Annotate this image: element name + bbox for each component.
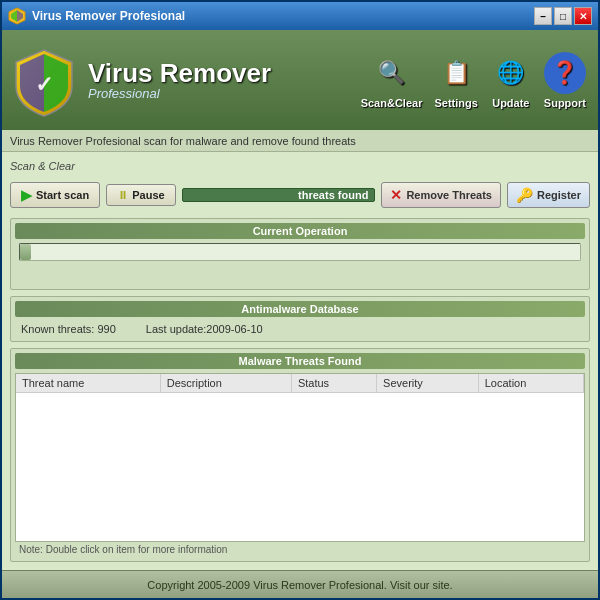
threats-note: Note: Double click on item for more info… — [15, 542, 585, 557]
operation-spacer — [15, 265, 585, 285]
logo-area: ✓ Virus Remover Professional — [14, 48, 361, 112]
nav-scan-clear-label: Scan&Clear — [361, 97, 423, 109]
progress-bar-container — [19, 243, 581, 261]
tagline-text: Virus Remover Profesional scan for malwa… — [10, 135, 356, 147]
threats-table-header-row: Threat name Description Status Severity … — [16, 374, 584, 393]
close-button[interactable]: ✕ — [574, 7, 592, 25]
play-icon: ▶ — [21, 187, 32, 203]
maximize-button[interactable]: □ — [554, 7, 572, 25]
nav-support[interactable]: ❓ Support — [544, 52, 586, 109]
app-header: ✓ Virus Remover Professional 🔍 Scan&Clea… — [2, 30, 598, 130]
register-icon: 🔑 — [516, 187, 533, 203]
nav-settings[interactable]: 📋 Settings — [434, 52, 477, 109]
register-button[interactable]: 🔑 Register — [507, 182, 590, 208]
logo-title-line2: Professional — [88, 86, 271, 101]
threats-table-container[interactable]: Threat name Description Status Severity … — [15, 373, 585, 542]
antimalware-db-box: Antimalware Database Known threats: 990 … — [10, 296, 590, 342]
title-bar: Virus Remover Profesional – □ ✕ — [2, 2, 598, 30]
pause-label: Pause — [132, 189, 164, 201]
nav-settings-label: Settings — [434, 97, 477, 109]
tagline-bar: Virus Remover Profesional scan for malwa… — [2, 130, 598, 152]
scan-section-label: Scan & Clear — [10, 160, 590, 172]
antimalware-db-header: Antimalware Database — [15, 301, 585, 317]
nav-support-label: Support — [544, 97, 586, 109]
col-description: Description — [160, 374, 291, 393]
remove-icon: ✕ — [390, 187, 402, 203]
title-bar-buttons: – □ ✕ — [534, 7, 592, 25]
nav-scan-clear[interactable]: 🔍 Scan&Clear — [361, 52, 423, 109]
pause-button[interactable]: ⏸ Pause — [106, 184, 175, 206]
col-status: Status — [291, 374, 376, 393]
col-location: Location — [478, 374, 583, 393]
logo-text: Virus Remover Professional — [88, 60, 271, 101]
threats-found-label: threats found — [298, 189, 368, 201]
remove-threats-button[interactable]: ✕ Remove Threats — [381, 182, 501, 208]
scan-clear-icon: 🔍 — [371, 52, 413, 94]
start-scan-button[interactable]: ▶ Start scan — [10, 182, 100, 208]
svg-text:✓: ✓ — [35, 72, 53, 97]
logo-title-line1: Virus Remover — [88, 60, 271, 86]
settings-icon: 📋 — [435, 52, 477, 94]
shield-logo: ✓ — [14, 48, 78, 112]
progress-bar-fill — [20, 244, 31, 260]
known-threats-text: Known threats: 990 — [21, 323, 116, 335]
db-info: Known threats: 990 Last update:2009-06-1… — [15, 321, 585, 337]
malware-threats-header: Malware Threats Found — [15, 353, 585, 369]
current-operation-box: Current Operation — [10, 218, 590, 290]
malware-threats-box: Malware Threats Found Threat name Descri… — [10, 348, 590, 562]
footer: Copyright 2005-2009 Virus Remover Profes… — [2, 570, 598, 598]
register-label: Register — [537, 189, 581, 201]
support-icon: ❓ — [544, 52, 586, 94]
title-bar-icon — [8, 7, 26, 25]
col-severity: Severity — [377, 374, 479, 393]
nav-update-label: Update — [492, 97, 529, 109]
footer-text: Copyright 2005-2009 Virus Remover Profes… — [147, 579, 452, 591]
pause-icon: ⏸ — [117, 189, 128, 201]
last-update-text: Last update:2009-06-10 — [146, 323, 263, 335]
col-threat-name: Threat name — [16, 374, 160, 393]
threats-found-area: threats found — [182, 188, 376, 202]
main-content: Scan & Clear ▶ Start scan ⏸ Pause threat… — [2, 152, 598, 570]
nav-update[interactable]: 🌐 Update — [490, 52, 532, 109]
start-scan-label: Start scan — [36, 189, 89, 201]
threats-table: Threat name Description Status Severity … — [16, 374, 584, 393]
current-operation-header: Current Operation — [15, 223, 585, 239]
nav-icons: 🔍 Scan&Clear 📋 Settings 🌐 Update ❓ Suppo… — [361, 52, 586, 109]
scan-button-row: ▶ Start scan ⏸ Pause threats found ✕ Rem… — [10, 182, 590, 208]
remove-threats-label: Remove Threats — [406, 189, 492, 201]
window-title: Virus Remover Profesional — [32, 9, 534, 23]
update-icon: 🌐 — [490, 52, 532, 94]
minimize-button[interactable]: – — [534, 7, 552, 25]
main-window: Virus Remover Profesional – □ ✕ — [0, 0, 600, 600]
